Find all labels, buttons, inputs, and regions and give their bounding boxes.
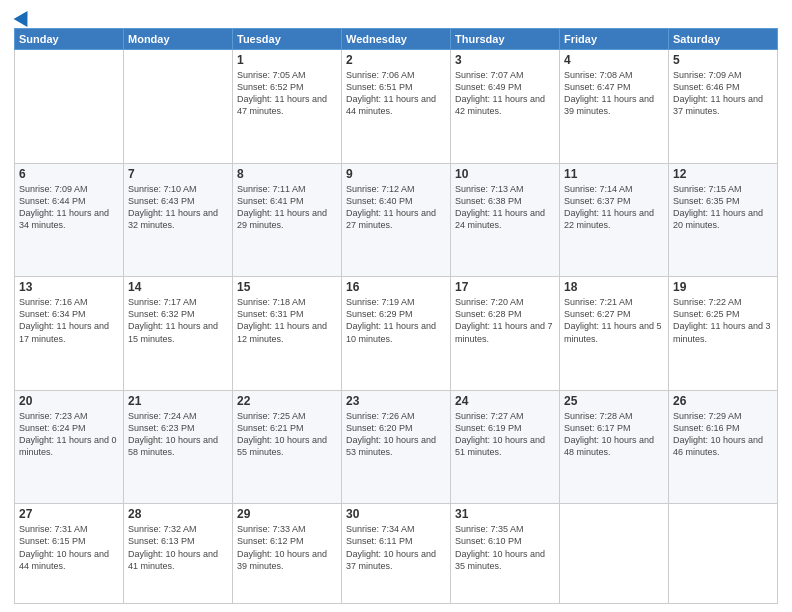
calendar-cell: 19Sunrise: 7:22 AMSunset: 6:25 PMDayligh…: [669, 277, 778, 391]
calendar-cell: 5Sunrise: 7:09 AMSunset: 6:46 PMDaylight…: [669, 50, 778, 164]
day-info: Sunrise: 7:22 AMSunset: 6:25 PMDaylight:…: [673, 296, 773, 345]
day-number: 21: [128, 394, 228, 408]
calendar-cell: 14Sunrise: 7:17 AMSunset: 6:32 PMDayligh…: [124, 277, 233, 391]
calendar-cell: 12Sunrise: 7:15 AMSunset: 6:35 PMDayligh…: [669, 163, 778, 277]
calendar-cell: 10Sunrise: 7:13 AMSunset: 6:38 PMDayligh…: [451, 163, 560, 277]
calendar-cell: 2Sunrise: 7:06 AMSunset: 6:51 PMDaylight…: [342, 50, 451, 164]
calendar-cell: 29Sunrise: 7:33 AMSunset: 6:12 PMDayligh…: [233, 504, 342, 604]
calendar-table: SundayMondayTuesdayWednesdayThursdayFrid…: [14, 28, 778, 604]
calendar-week-row: 13Sunrise: 7:16 AMSunset: 6:34 PMDayligh…: [15, 277, 778, 391]
column-header-wednesday: Wednesday: [342, 29, 451, 50]
day-number: 7: [128, 167, 228, 181]
day-number: 4: [564, 53, 664, 67]
day-number: 20: [19, 394, 119, 408]
day-info: Sunrise: 7:19 AMSunset: 6:29 PMDaylight:…: [346, 296, 446, 345]
day-info: Sunrise: 7:25 AMSunset: 6:21 PMDaylight:…: [237, 410, 337, 459]
day-number: 1: [237, 53, 337, 67]
day-info: Sunrise: 7:26 AMSunset: 6:20 PMDaylight:…: [346, 410, 446, 459]
calendar-cell: 11Sunrise: 7:14 AMSunset: 6:37 PMDayligh…: [560, 163, 669, 277]
calendar-cell: 6Sunrise: 7:09 AMSunset: 6:44 PMDaylight…: [15, 163, 124, 277]
column-header-monday: Monday: [124, 29, 233, 50]
calendar-cell: 8Sunrise: 7:11 AMSunset: 6:41 PMDaylight…: [233, 163, 342, 277]
calendar-cell: [560, 504, 669, 604]
calendar-cell: [669, 504, 778, 604]
calendar-cell: [15, 50, 124, 164]
day-number: 24: [455, 394, 555, 408]
calendar-week-row: 27Sunrise: 7:31 AMSunset: 6:15 PMDayligh…: [15, 504, 778, 604]
day-number: 23: [346, 394, 446, 408]
column-header-tuesday: Tuesday: [233, 29, 342, 50]
day-info: Sunrise: 7:12 AMSunset: 6:40 PMDaylight:…: [346, 183, 446, 232]
day-info: Sunrise: 7:10 AMSunset: 6:43 PMDaylight:…: [128, 183, 228, 232]
day-info: Sunrise: 7:32 AMSunset: 6:13 PMDaylight:…: [128, 523, 228, 572]
calendar-cell: 25Sunrise: 7:28 AMSunset: 6:17 PMDayligh…: [560, 390, 669, 504]
column-header-sunday: Sunday: [15, 29, 124, 50]
calendar-cell: 22Sunrise: 7:25 AMSunset: 6:21 PMDayligh…: [233, 390, 342, 504]
day-info: Sunrise: 7:29 AMSunset: 6:16 PMDaylight:…: [673, 410, 773, 459]
day-number: 27: [19, 507, 119, 521]
day-info: Sunrise: 7:07 AMSunset: 6:49 PMDaylight:…: [455, 69, 555, 118]
logo-triangle-icon: [14, 7, 35, 27]
day-info: Sunrise: 7:06 AMSunset: 6:51 PMDaylight:…: [346, 69, 446, 118]
calendar-week-row: 20Sunrise: 7:23 AMSunset: 6:24 PMDayligh…: [15, 390, 778, 504]
day-info: Sunrise: 7:09 AMSunset: 6:46 PMDaylight:…: [673, 69, 773, 118]
calendar-week-row: 1Sunrise: 7:05 AMSunset: 6:52 PMDaylight…: [15, 50, 778, 164]
day-info: Sunrise: 7:08 AMSunset: 6:47 PMDaylight:…: [564, 69, 664, 118]
day-number: 8: [237, 167, 337, 181]
calendar-cell: 27Sunrise: 7:31 AMSunset: 6:15 PMDayligh…: [15, 504, 124, 604]
calendar-cell: 17Sunrise: 7:20 AMSunset: 6:28 PMDayligh…: [451, 277, 560, 391]
day-info: Sunrise: 7:18 AMSunset: 6:31 PMDaylight:…: [237, 296, 337, 345]
day-number: 30: [346, 507, 446, 521]
day-number: 28: [128, 507, 228, 521]
day-number: 14: [128, 280, 228, 294]
header: [14, 10, 778, 22]
day-number: 29: [237, 507, 337, 521]
calendar-cell: 21Sunrise: 7:24 AMSunset: 6:23 PMDayligh…: [124, 390, 233, 504]
day-info: Sunrise: 7:35 AMSunset: 6:10 PMDaylight:…: [455, 523, 555, 572]
day-number: 13: [19, 280, 119, 294]
logo-text: [14, 10, 32, 24]
day-number: 18: [564, 280, 664, 294]
calendar-cell: 9Sunrise: 7:12 AMSunset: 6:40 PMDaylight…: [342, 163, 451, 277]
calendar-cell: 24Sunrise: 7:27 AMSunset: 6:19 PMDayligh…: [451, 390, 560, 504]
calendar-cell: 13Sunrise: 7:16 AMSunset: 6:34 PMDayligh…: [15, 277, 124, 391]
calendar-cell: 20Sunrise: 7:23 AMSunset: 6:24 PMDayligh…: [15, 390, 124, 504]
calendar-cell: 4Sunrise: 7:08 AMSunset: 6:47 PMDaylight…: [560, 50, 669, 164]
day-number: 10: [455, 167, 555, 181]
day-info: Sunrise: 7:24 AMSunset: 6:23 PMDaylight:…: [128, 410, 228, 459]
day-info: Sunrise: 7:17 AMSunset: 6:32 PMDaylight:…: [128, 296, 228, 345]
day-info: Sunrise: 7:33 AMSunset: 6:12 PMDaylight:…: [237, 523, 337, 572]
day-number: 6: [19, 167, 119, 181]
day-info: Sunrise: 7:05 AMSunset: 6:52 PMDaylight:…: [237, 69, 337, 118]
column-header-saturday: Saturday: [669, 29, 778, 50]
day-info: Sunrise: 7:14 AMSunset: 6:37 PMDaylight:…: [564, 183, 664, 232]
day-info: Sunrise: 7:28 AMSunset: 6:17 PMDaylight:…: [564, 410, 664, 459]
calendar-cell: 26Sunrise: 7:29 AMSunset: 6:16 PMDayligh…: [669, 390, 778, 504]
day-number: 19: [673, 280, 773, 294]
day-number: 26: [673, 394, 773, 408]
column-header-friday: Friday: [560, 29, 669, 50]
day-info: Sunrise: 7:16 AMSunset: 6:34 PMDaylight:…: [19, 296, 119, 345]
day-info: Sunrise: 7:15 AMSunset: 6:35 PMDaylight:…: [673, 183, 773, 232]
calendar-cell: 15Sunrise: 7:18 AMSunset: 6:31 PMDayligh…: [233, 277, 342, 391]
calendar-cell: 16Sunrise: 7:19 AMSunset: 6:29 PMDayligh…: [342, 277, 451, 391]
calendar-week-row: 6Sunrise: 7:09 AMSunset: 6:44 PMDaylight…: [15, 163, 778, 277]
calendar-header-row: SundayMondayTuesdayWednesdayThursdayFrid…: [15, 29, 778, 50]
calendar-cell: 18Sunrise: 7:21 AMSunset: 6:27 PMDayligh…: [560, 277, 669, 391]
day-number: 11: [564, 167, 664, 181]
day-info: Sunrise: 7:21 AMSunset: 6:27 PMDaylight:…: [564, 296, 664, 345]
day-info: Sunrise: 7:23 AMSunset: 6:24 PMDaylight:…: [19, 410, 119, 459]
day-number: 2: [346, 53, 446, 67]
day-info: Sunrise: 7:13 AMSunset: 6:38 PMDaylight:…: [455, 183, 555, 232]
day-number: 17: [455, 280, 555, 294]
calendar-cell: 1Sunrise: 7:05 AMSunset: 6:52 PMDaylight…: [233, 50, 342, 164]
calendar-cell: 31Sunrise: 7:35 AMSunset: 6:10 PMDayligh…: [451, 504, 560, 604]
day-info: Sunrise: 7:27 AMSunset: 6:19 PMDaylight:…: [455, 410, 555, 459]
day-info: Sunrise: 7:31 AMSunset: 6:15 PMDaylight:…: [19, 523, 119, 572]
day-number: 15: [237, 280, 337, 294]
day-info: Sunrise: 7:20 AMSunset: 6:28 PMDaylight:…: [455, 296, 555, 345]
day-info: Sunrise: 7:11 AMSunset: 6:41 PMDaylight:…: [237, 183, 337, 232]
day-number: 9: [346, 167, 446, 181]
day-number: 22: [237, 394, 337, 408]
calendar-cell: 3Sunrise: 7:07 AMSunset: 6:49 PMDaylight…: [451, 50, 560, 164]
